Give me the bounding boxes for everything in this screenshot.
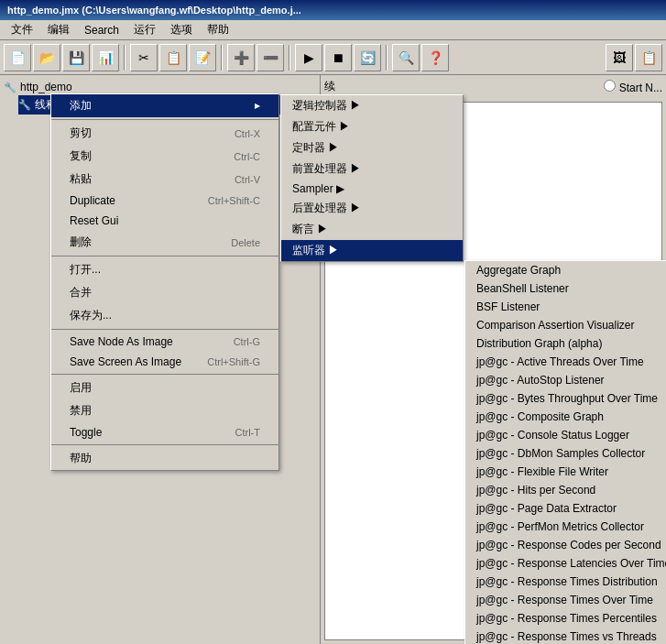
- toolbar-stop[interactable]: ⏹: [324, 44, 352, 71]
- menu-file[interactable]: 文件: [4, 20, 40, 39]
- ctx-saveasimage[interactable]: Save Node As Image Ctrl-G: [51, 332, 278, 352]
- sub-timer[interactable]: 定时器 ▶: [281, 137, 463, 158]
- start-n-label: Start N...: [604, 80, 662, 94]
- ctx-paste[interactable]: 粘贴 Ctrl-V: [51, 168, 278, 191]
- ctx-merge[interactable]: 合并: [51, 281, 278, 304]
- toolbar-sep-4: [386, 45, 388, 71]
- listener-jpgc-times-dist[interactable]: jp@gc - Response Times Distribution: [465, 573, 666, 591]
- ctx-delete-shortcut: Delete: [231, 237, 260, 248]
- ctx-toggle-label: Toggle: [70, 426, 102, 439]
- ctx-open[interactable]: 打开...: [51, 258, 278, 281]
- listener-jpgc-latencies[interactable]: jp@gc - Response Latencies Over Time: [465, 554, 666, 573]
- toolbar-sep-2: [221, 45, 223, 71]
- toolbar-run[interactable]: ▶: [295, 44, 322, 71]
- main-area: 🔧 http_demo 🔧 线程组 添加 剪切 Ctrl-X 复制: [0, 75, 666, 644]
- ctx-saveas-label: 保存为...: [70, 308, 112, 323]
- listener-jpgc-flexible[interactable]: jp@gc - Flexible File Writer: [465, 463, 666, 481]
- toolbar-paste[interactable]: 📝: [189, 44, 216, 71]
- listener-jpgc-percentiles[interactable]: jp@gc - Response Times Percentiles: [465, 609, 666, 628]
- listener-aggregate-graph[interactable]: Aggregate Graph: [465, 261, 666, 279]
- ctx-cut-shortcut: Ctrl-X: [235, 128, 260, 139]
- toolbar-extra2[interactable]: 📋: [635, 44, 662, 71]
- ctx-delete-label: 删除: [70, 235, 92, 250]
- ctx-sep-1: [51, 119, 278, 120]
- ctx-delete[interactable]: 删除 Delete: [51, 231, 278, 254]
- toolbar-search[interactable]: 🔍: [392, 44, 420, 71]
- ctx-add[interactable]: 添加: [51, 94, 278, 117]
- listener-comparison[interactable]: Comparison Assertion Visualizer: [465, 316, 666, 334]
- ctx-saveasimage-label: Save Node As Image: [70, 335, 173, 348]
- toolbar-sep-3: [289, 45, 290, 71]
- toolbar-new[interactable]: 📄: [4, 44, 31, 71]
- listener-jpgc-autostop[interactable]: jp@gc - AutoStop Listener: [465, 371, 666, 389]
- listener-jpgc-bytes[interactable]: jp@gc - Bytes Throughput Over Time: [465, 389, 666, 408]
- ctx-sep-5: [51, 444, 278, 445]
- sub-config[interactable]: 配置元件 ▶: [281, 116, 463, 137]
- tree-node-icon: 🔧: [18, 99, 31, 111]
- listener-jpgc-dbmon[interactable]: jp@gc - DbMon Samples Collector: [465, 444, 666, 463]
- start-n-radio[interactable]: [604, 80, 616, 92]
- sub-sampler[interactable]: Sampler ▶: [281, 180, 463, 198]
- context-menu: 添加 剪切 Ctrl-X 复制 Ctrl-C 粘贴 Ctrl-V Duplica…: [50, 93, 279, 471]
- toolbar-cut[interactable]: ✂: [130, 44, 158, 71]
- toolbar-report[interactable]: 📊: [92, 44, 119, 71]
- ctx-resetgui[interactable]: Reset Gui: [51, 211, 278, 231]
- ctx-duplicate[interactable]: Duplicate Ctrl+Shift-C: [51, 191, 278, 211]
- sub-postproc[interactable]: 后置处理器 ▶: [281, 198, 463, 219]
- listener-distribution-graph[interactable]: Distribution Graph (alpha): [465, 334, 666, 353]
- listener-beanshell[interactable]: BeanShell Listener: [465, 279, 666, 298]
- ctx-paste-shortcut: Ctrl-V: [235, 174, 260, 185]
- listener-jpgc-hits[interactable]: jp@gc - Hits per Second: [465, 481, 666, 499]
- ctx-copy[interactable]: 复制 Ctrl-C: [51, 145, 278, 168]
- ctx-resetgui-label: Reset Gui: [70, 214, 118, 227]
- listener-jpgc-perfmon[interactable]: jp@gc - PerfMon Metrics Collector: [465, 518, 666, 536]
- ctx-merge-label: 合并: [70, 285, 92, 300]
- ctx-savescreenimage[interactable]: Save Screen As Image Ctrl+Shift-G: [51, 352, 278, 372]
- listener-jpgc-page[interactable]: jp@gc - Page Data Extractor: [465, 499, 666, 518]
- ctx-disable[interactable]: 禁用: [51, 399, 278, 422]
- ctx-cut[interactable]: 剪切 Ctrl-X: [51, 122, 278, 145]
- toolbar-copy[interactable]: 📋: [159, 44, 187, 71]
- menu-run[interactable]: 运行: [126, 20, 163, 39]
- sub-assertion[interactable]: 断言 ▶: [281, 219, 463, 240]
- toolbar-remove[interactable]: ➖: [257, 44, 284, 71]
- toolbar-add[interactable]: ➕: [227, 44, 255, 71]
- listener-jpgc-times-over[interactable]: jp@gc - Response Times Over Time: [465, 591, 666, 609]
- ctx-savescreenimage-shortcut: Ctrl+Shift-G: [207, 356, 260, 367]
- menu-edit[interactable]: 编辑: [40, 20, 77, 39]
- listener-jpgc-composite[interactable]: jp@gc - Composite Graph: [465, 408, 666, 426]
- listener-jpgc-times-threads[interactable]: jp@gc - Response Times vs Threads: [465, 628, 666, 644]
- ctx-open-label: 打开...: [70, 262, 101, 278]
- submenu-listener: Aggregate Graph BeanShell Listener BSF L…: [464, 260, 666, 644]
- ctx-duplicate-shortcut: Ctrl+Shift-C: [208, 195, 260, 206]
- sub-listener[interactable]: 监听器 ▶: [281, 240, 463, 261]
- toolbar: 📄 📂 💾 📊 ✂ 📋 📝 ➕ ➖ ▶ ⏹ 🔄 🔍 ❓ 🖼 📋: [0, 40, 666, 75]
- ctx-help-label: 帮助: [70, 451, 92, 466]
- toolbar-help2[interactable]: ❓: [421, 44, 449, 71]
- listener-jpgc-resp-codes[interactable]: jp@gc - Response Codes per Second: [465, 536, 666, 554]
- run-label: 续: [324, 79, 335, 94]
- menu-bar: 文件 编辑 Search 运行 选项 帮助: [0, 20, 666, 40]
- ctx-toggle[interactable]: Toggle Ctrl-T: [51, 422, 278, 442]
- sub-preproc[interactable]: 前置处理器 ▶: [281, 158, 463, 180]
- listener-bsf[interactable]: BSF Listener: [465, 298, 666, 316]
- ctx-copy-shortcut: Ctrl-C: [234, 151, 260, 162]
- sub-logic[interactable]: 逻辑控制器 ▶: [281, 95, 463, 116]
- ctx-saveas[interactable]: 保存为...: [51, 304, 278, 327]
- submenu-add: 逻辑控制器 ▶ 配置元件 ▶ 定时器 ▶ 前置处理器 ▶ Sampler ▶ 后…: [280, 94, 464, 262]
- ctx-help[interactable]: 帮助: [51, 447, 278, 470]
- toolbar-save[interactable]: 💾: [62, 44, 90, 71]
- menu-help[interactable]: 帮助: [200, 20, 236, 39]
- listener-jpgc-active-threads[interactable]: jp@gc - Active Threads Over Time: [465, 353, 666, 371]
- ctx-enable[interactable]: 启用: [51, 377, 278, 399]
- tree-root-icon: 🔧: [4, 82, 16, 93]
- menu-search[interactable]: Search: [77, 22, 126, 38]
- ctx-savescreenimage-label: Save Screen As Image: [70, 355, 181, 368]
- ctx-cut-label: 剪切: [70, 126, 92, 141]
- toolbar-extra1[interactable]: 🖼: [606, 44, 633, 71]
- ctx-toggle-shortcut: Ctrl-T: [235, 427, 261, 438]
- listener-jpgc-console[interactable]: jp@gc - Console Status Logger: [465, 426, 666, 444]
- toolbar-clear[interactable]: 🔄: [354, 44, 381, 71]
- toolbar-open[interactable]: 📂: [33, 44, 60, 71]
- menu-options[interactable]: 选项: [163, 20, 200, 39]
